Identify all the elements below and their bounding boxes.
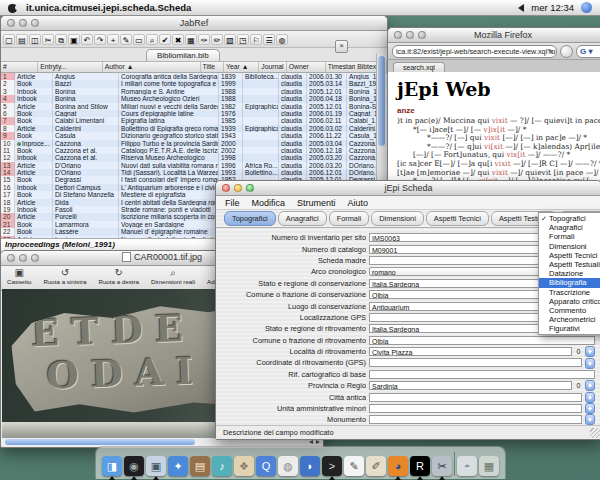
dropdown-item[interactable]: ✓ Apparato critico: [539, 297, 600, 306]
scheda-titlebar[interactable]: jEpi Scheda: [216, 181, 600, 196]
dropdown-item[interactable]: ✓ Aspetti Tecnici: [539, 251, 600, 260]
field-stepper[interactable]: [585, 358, 595, 369]
column-header[interactable]: Journal: [259, 62, 286, 72]
table-row[interactable]: 5 Article Bonina and Stilow Miliari nuov…: [1, 103, 387, 110]
google-search-box[interactable]: G ▾: [576, 45, 600, 58]
table-row[interactable]: 14 Article D'Oriano Tidi (Sassari). Loca…: [1, 169, 387, 176]
close-button[interactable]: [222, 184, 230, 192]
field-stepper[interactable]: [585, 403, 595, 414]
dock-icon[interactable]: ♪: [212, 456, 232, 476]
column-header[interactable]: #: [1, 62, 38, 72]
table-row[interactable]: 2 Book Bazzi I miliari come fonte topogr…: [1, 80, 387, 87]
jabref-toolbar-icon[interactable]: ▭: [133, 34, 145, 45]
close-button[interactable]: [7, 254, 15, 262]
dock-icon[interactable]: ◉: [124, 456, 144, 476]
dock-icon[interactable]: >: [322, 456, 342, 476]
jabref-toolbar-icon[interactable]: ☰: [263, 34, 275, 45]
active-app-title[interactable]: it.unica.citmusei.jepi.scheda.Scheda: [26, 2, 191, 13]
dropdown-item[interactable]: ✓ Topografici: [539, 214, 600, 223]
apple-menu-icon[interactable]: [7, 2, 18, 13]
table-row[interactable]: 4 Inbook Bonina Museo Archeologico Ozier…: [1, 95, 387, 102]
menu-bar-clock[interactable]: mer 12:34: [531, 2, 574, 13]
field-stepper[interactable]: [585, 392, 595, 403]
dock-icon[interactable]: ◗: [300, 456, 320, 476]
field-input[interactable]: [369, 415, 582, 424]
menu-item[interactable]: Strumenti: [297, 198, 336, 208]
table-row[interactable]: 6 Book Cagnat Cours d'epigraphie latine …: [1, 110, 387, 117]
dock-icon[interactable]: ✐: [366, 456, 386, 476]
column-header[interactable]: Timestamp: [326, 62, 355, 72]
table-row[interactable]: 12 Inbook Cazzona et al. Riserva Museo A…: [1, 154, 387, 161]
scheda-tab[interactable]: Formali: [329, 211, 370, 226]
scheda-tab[interactable]: Aspetti Tecnici: [426, 211, 489, 226]
dropdown-item[interactable]: ✓ Datazione: [539, 269, 600, 278]
dropdown-item[interactable]: ✓ Aspetti Testuali: [539, 260, 600, 269]
viewer-tool-button[interactable]: ↻ Ruota a destra: [92, 267, 145, 285]
scheda-tab[interactable]: Dimensioni: [371, 211, 424, 226]
dropdown-item[interactable]: ✓ Dimensioni: [539, 242, 600, 251]
go-button[interactable]: [560, 45, 573, 58]
dock-icon[interactable]: ✦: [168, 456, 188, 476]
column-header[interactable]: Title: [201, 62, 225, 72]
firefox-titlebar[interactable]: Mozilla Firefox: [388, 28, 600, 43]
browser-tab[interactable]: search.xql: [393, 62, 445, 72]
jabref-titlebar[interactable]: JabRef: [1, 16, 387, 31]
dropdown-item[interactable]: ✓ Anagrafici: [539, 223, 600, 232]
dropdown-item[interactable]: ✓ Commento: [539, 306, 600, 315]
minimize-button[interactable]: [19, 254, 27, 262]
scrollbar-thumb[interactable]: [378, 56, 385, 146]
field-stepper[interactable]: [585, 380, 595, 391]
menu-item[interactable]: Modifica: [252, 198, 286, 208]
dock-icon[interactable]: ▦: [479, 456, 499, 476]
field-input[interactable]: [369, 370, 595, 379]
address-bar[interactable]: ica.it:82/exist/jepi-web/search-execute-…: [392, 45, 557, 58]
table-row[interactable]: 9 Book Casula Dizionario geografico stor…: [1, 132, 387, 139]
field-input[interactable]: [369, 358, 582, 367]
jabref-toolbar-icon[interactable]: ▤: [16, 34, 28, 45]
jabref-toolbar-icon[interactable]: ✂: [42, 34, 54, 45]
field-input[interactable]: Civita Piazza: [369, 347, 572, 356]
dock-icon[interactable]: ✂: [432, 456, 452, 476]
jabref-toolbar-icon[interactable]: ▣: [68, 34, 80, 45]
minimize-button[interactable]: [234, 184, 242, 192]
jabref-toolbar-icon[interactable]: ✏: [211, 34, 223, 45]
jabref-toolbar-icon[interactable]: ◍: [276, 34, 288, 45]
dock-icon[interactable]: ◍: [278, 456, 298, 476]
dock-icon[interactable]: ◨: [102, 456, 122, 476]
dropdown-item[interactable]: ✓ Figurativi: [539, 324, 600, 333]
jabref-toolbar-icon[interactable]: ⚐: [250, 34, 262, 45]
dropdown-item[interactable]: ✓ Trascrizione: [539, 288, 600, 297]
minimize-button[interactable]: [406, 31, 414, 39]
dock-icon[interactable]: Q: [256, 456, 276, 476]
dock-icon[interactable]: ◓: [457, 456, 477, 476]
dock-icon[interactable]: R: [410, 456, 430, 476]
viewer-tool-button[interactable]: ⌕ Dimensioni reali: [145, 267, 201, 285]
minimize-button[interactable]: [19, 19, 27, 27]
dock-icon[interactable]: ▤: [190, 456, 210, 476]
zoom-button[interactable]: [418, 31, 426, 39]
scrollbar-arrows[interactable]: [309, 440, 320, 444]
jabref-toolbar-icon[interactable]: ✑: [198, 34, 210, 45]
dropdown-item[interactable]: ✓ Archeometrici: [539, 315, 600, 324]
dock-icon[interactable]: ✎: [344, 456, 364, 476]
dock-icon[interactable]: ◕: [388, 456, 408, 476]
table-row[interactable]: 13 Article D'Oriano Nuovi dati sulla via…: [1, 162, 387, 169]
column-header[interactable]: Entryty...: [38, 62, 103, 72]
jabref-toolbar-icon[interactable]: ✎: [120, 34, 132, 45]
menu-item[interactable]: File: [225, 198, 240, 208]
table-row[interactable]: 11 Book Cazzona et al. Catalogo P.E.T.R.…: [1, 147, 387, 154]
dock-icon[interactable]: [454, 452, 455, 476]
field-input[interactable]: Olbia: [369, 336, 595, 345]
volume-icon[interactable]: [518, 4, 524, 12]
jabref-toolbar-icon[interactable]: ▢: [3, 34, 15, 45]
jabref-toolbar-icon[interactable]: ◫: [29, 34, 41, 45]
dock-icon[interactable]: ❖: [234, 456, 254, 476]
column-header[interactable]: Year ▲: [224, 62, 259, 72]
field-stepper[interactable]: [585, 414, 595, 425]
menu-item[interactable]: Aiuto: [348, 198, 369, 208]
jabref-toolbar-icon[interactable]: ▧: [224, 34, 236, 45]
table-row[interactable]: 10 Inproce... Cazzona Filippo Turbo e la…: [1, 140, 387, 147]
zoom-button[interactable]: [246, 184, 254, 192]
jabref-toolbar-icon[interactable]: ↷: [94, 34, 106, 45]
column-header[interactable]: Owner: [287, 62, 326, 72]
